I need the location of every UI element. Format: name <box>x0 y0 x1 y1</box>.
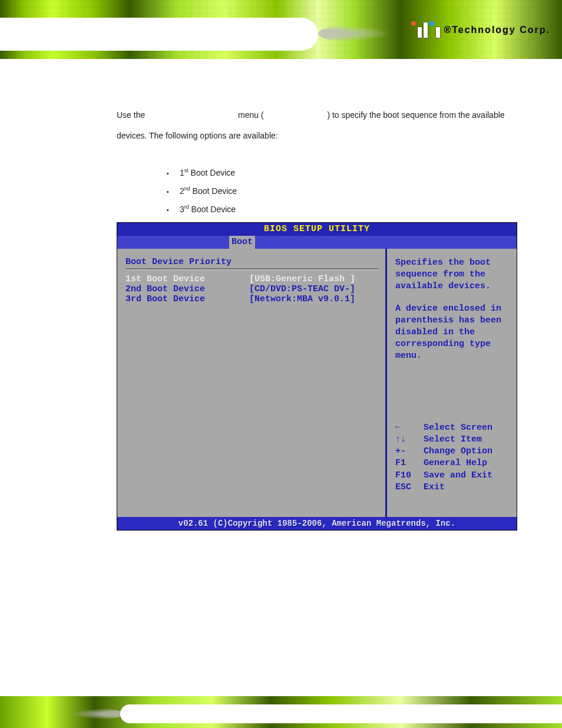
list-item: 3rd Boot Device <box>167 200 517 219</box>
registered-mark: ® <box>444 25 452 35</box>
brand-text: ®Technology Corp. <box>444 25 550 35</box>
bios-option-label: 1st Boot Device <box>125 274 249 284</box>
bios-panel-heading: Boot Device Priority <box>125 257 381 267</box>
divider <box>125 268 379 269</box>
bios-option-value: [Network:MBA v9.0.1] <box>249 294 355 304</box>
bios-option-value: [CD/DVD:PS-TEAC DV-] <box>249 284 355 294</box>
brand-logo: ®Technology Corp. <box>411 22 550 38</box>
bios-title-bar: BIOS SETUP UTILITY <box>117 223 517 236</box>
bios-screenshot: BIOS SETUP UTILITY Boot Boot Device Prio… <box>117 222 517 531</box>
bios-tab-bar: Boot <box>117 236 517 249</box>
footer-white-bar <box>120 704 562 723</box>
bios-option-label: 3rd Boot Device <box>125 294 249 304</box>
bios-option-row[interactable]: 2nd Boot Device [CD/DVD:PS-TEAC DV-] <box>125 284 381 294</box>
logo-mark-icon <box>411 22 440 38</box>
header-grey-tail <box>318 25 392 42</box>
header-white-bar <box>0 18 318 51</box>
bios-key-legend: ←Select Screen ↑↓Select Item +-Change Op… <box>395 422 511 513</box>
bios-help-text: Specifies the boot sequence from the ava… <box>395 257 511 362</box>
bios-left-panel: Boot Device Priority 1st Boot Device [US… <box>117 249 387 517</box>
intro-paragraph: Use the menu ( ) to specify the boot seq… <box>117 105 517 146</box>
list-item: 2nd Boot Device <box>167 182 517 200</box>
boot-device-bullet-list: 1st Boot Device 2nd Boot Device 3rd Boot… <box>167 164 517 218</box>
bios-option-label: 2nd Boot Device <box>125 284 249 294</box>
bios-option-row[interactable]: 1st Boot Device [USB:Generic Flash ] <box>125 274 381 284</box>
page-content: Use the menu ( ) to specify the boot seq… <box>117 105 517 218</box>
bios-footer: v02.61 (C)Copyright 1985-2006, American … <box>117 517 517 530</box>
bios-option-value: [USB:Generic Flash ] <box>249 274 355 284</box>
bios-right-panel: Specifies the boot sequence from the ava… <box>387 249 517 517</box>
bios-body: Boot Device Priority 1st Boot Device [US… <box>117 249 517 517</box>
footer-grey-tail <box>70 708 123 720</box>
bios-tab-boot[interactable]: Boot <box>229 236 255 249</box>
list-item: 1st Boot Device <box>167 164 517 182</box>
bios-option-row[interactable]: 3rd Boot Device [Network:MBA v9.0.1] <box>125 294 381 304</box>
